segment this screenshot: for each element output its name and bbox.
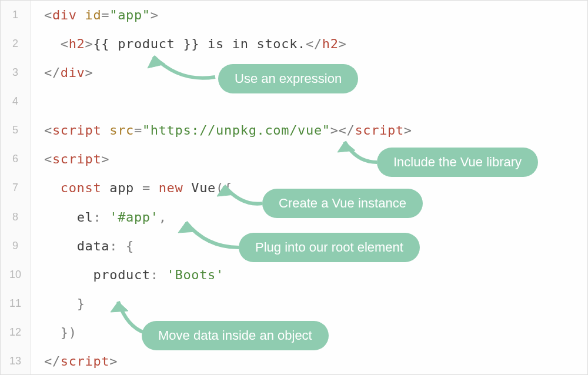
annotation-create-instance: Create a Vue instance [262, 189, 423, 218]
code-content: data: { [30, 239, 134, 253]
annotation-plug-root: Plug into our root element [239, 233, 420, 262]
code-editor-frame: 1<div id="app">2 <h2>{{ product }} is in… [0, 0, 588, 375]
code-line: 1<div id="app"> [1, 1, 587, 29]
arrow-icon [171, 215, 248, 256]
line-number: 4 [1, 95, 30, 108]
arrow-icon [333, 136, 386, 171]
annotation-move-data-label: Move data inside an object [158, 328, 312, 343]
code-content: </script> [30, 354, 118, 369]
line-number: 12 [1, 326, 30, 339]
line-number: 2 [1, 38, 30, 50]
code-line: 13</script> [1, 347, 587, 375]
annotation-move-data: Move data inside an object [142, 321, 329, 350]
line-number: 1 [1, 9, 30, 21]
code-content: el: '#app', [30, 210, 167, 225]
line-number: 13 [1, 355, 30, 367]
code-content: <script> [30, 152, 109, 166]
code-content: product: 'Boots' [30, 267, 224, 282]
annotation-expression: Use an expression [218, 64, 358, 93]
line-number: 11 [1, 297, 30, 310]
arrow-icon [212, 180, 268, 212]
code-content: <div id="app"> [30, 8, 159, 22]
annotation-include-vue: Include the Vue library [377, 148, 538, 177]
annotation-create-instance-label: Create a Vue instance [279, 196, 406, 210]
code-content: } [30, 296, 85, 311]
code-line: 10 product: 'Boots' [1, 260, 587, 289]
line-number: 3 [1, 66, 30, 79]
code-line: 2 <h2>{{ product }} is in stock.</h2> [1, 29, 587, 58]
annotation-plug-root-label: Plug into our root element [255, 240, 403, 255]
line-number: 6 [1, 153, 30, 165]
annotation-include-vue-label: Include the Vue library [393, 155, 522, 169]
line-number: 8 [1, 211, 30, 223]
arrow-icon [139, 48, 221, 89]
code-line: 11 } [1, 289, 587, 318]
line-number: 10 [1, 269, 30, 281]
line-number: 9 [1, 240, 30, 252]
line-number: 5 [1, 124, 30, 136]
code-content: </div> [30, 65, 93, 80]
annotation-expression-label: Use an expression [235, 71, 342, 86]
arrow-icon [103, 294, 156, 339]
code-content: }) [30, 325, 77, 340]
code-line: 5<script src="https://unpkg.com/vue"></s… [1, 116, 587, 145]
code-content: const app = new Vue({ [30, 180, 232, 195]
line-number: 7 [1, 182, 30, 194]
